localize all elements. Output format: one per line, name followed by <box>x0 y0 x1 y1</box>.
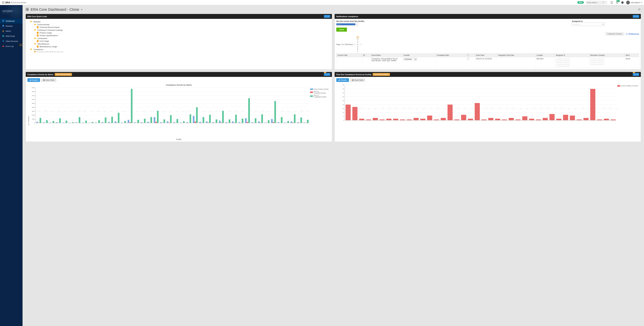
column-header[interactable]: EventId <box>403 54 436 57</box>
svg-text:9000: 9000 <box>32 87 35 88</box>
tree-node[interactable]: -📂Finishing & Chemical Coatings <box>28 28 329 32</box>
svg-point-21 <box>326 16 326 17</box>
username-label: adminjbpch <box>631 2 640 4</box>
page-title-dropdown-caret[interactable]: ▼ <box>81 8 83 10</box>
tree-node[interactable]: Product Specifications <box>28 34 329 37</box>
tree-node[interactable]: Universal Record Import <box>28 26 329 28</box>
tree-node[interactable]: -📂Modules <box>28 20 329 23</box>
svg-rect-5 <box>2 20 3 21</box>
notif-count: 99+ <box>616 0 620 2</box>
tree-node[interactable]: -📂Environmental <box>28 23 329 26</box>
column-header[interactable]: Event Date <box>475 54 497 57</box>
pager-page-2[interactable]: 2 <box>356 38 359 41</box>
customize-columns-button[interactable]: Customize Columns <box>606 32 624 36</box>
eventid-date-input[interactable]: ▼ <box>404 58 434 60</box>
sidebar-item-client-services[interactable]: Client Services› <box>0 39 22 44</box>
sidebar-item-dashboard[interactable]: Dashboard <box>0 18 22 24</box>
column-header[interactable]: Course Code <box>336 54 362 57</box>
chart1-ylabel: No. of Events <box>28 87 30 125</box>
share-icon <box>2 40 4 42</box>
svg-text:35: 35 <box>342 92 344 94</box>
panel-settings-status[interactable]: ▼ <box>324 73 330 76</box>
search-input[interactable] <box>587 2 602 4</box>
sidebar-item-modules[interactable]: Modules› <box>0 24 22 28</box>
top-counter-badge[interactable]: 5058 <box>578 1 584 4</box>
tab-table-status[interactable]: Data Table <box>41 78 56 82</box>
svg-rect-6 <box>3 20 4 21</box>
chart1-legend: Sum of Active_EventsSum of Cancelled_Eve… <box>310 87 330 125</box>
search-icon[interactable] <box>602 1 604 4</box>
chevron-down-icon: ▼ <box>602 24 604 25</box>
column-header[interactable]: Completed Date <box>436 54 466 57</box>
pager-page-7[interactable]: 7 <box>356 50 359 53</box>
column-header[interactable]: Location <box>536 54 555 57</box>
sidebar-user-card[interactable]: adminjbpch ———— › <box>0 5 22 18</box>
help-icon[interactable]: ? <box>620 0 624 4</box>
sidebar-item-era-portal[interactable]: ERA Portal <box>0 34 22 39</box>
svg-rect-14 <box>3 46 3 46</box>
svg-point-11 <box>2 41 3 42</box>
pager-prev[interactable]: ‹ <box>354 43 356 46</box>
global-search[interactable] <box>586 1 607 4</box>
column-header[interactable]: ID <box>362 54 370 57</box>
pager-page-4[interactable]: 4 <box>356 43 359 46</box>
tree-node[interactable]: Miscellaneous Usage <box>28 45 329 48</box>
user-menu-caret[interactable]: ▼ <box>641 2 642 3</box>
preferences-link[interactable]: Preferences <box>626 33 639 35</box>
bell-icon[interactable]: 99+ <box>615 0 619 4</box>
panel-title-quicklinks: ERA Core Quick Links <box>28 16 47 18</box>
svg-rect-27 <box>31 79 31 81</box>
tab-graphs-status[interactable]: Graphs <box>28 78 40 82</box>
pager-page-6[interactable]: 6 <box>356 48 359 50</box>
sidebar-collapse[interactable]: « <box>19 44 22 46</box>
pager-page-5[interactable]: 5 <box>356 46 359 48</box>
new-data-badge-status[interactable]: New Data Available <box>55 73 72 76</box>
sidebar-item-admin[interactable]: Admin› <box>0 28 22 34</box>
facility-combo[interactable]: ——▼ <box>336 22 358 26</box>
column-header[interactable]: Event Name <box>370 54 403 57</box>
column-header[interactable] <box>466 54 475 57</box>
svg-point-0 <box>2 1 4 4</box>
panel-settings-pastdue[interactable]: ▼ <box>633 73 639 76</box>
tab-graphs-pastdue[interactable]: Graphs <box>336 78 349 82</box>
svg-point-12 <box>4 40 4 41</box>
pager-page-1[interactable]: 1 <box>356 36 359 38</box>
tree-node[interactable]: 📂Compliance <box>28 48 329 51</box>
svg-rect-28 <box>43 80 44 81</box>
svg-rect-7 <box>2 21 3 22</box>
grid-icon <box>2 20 4 22</box>
legend-item: Count of Status_Formula <box>617 85 639 87</box>
tab-table-pastdue[interactable]: Data Table <box>350 78 365 82</box>
save-button[interactable]: Save <box>336 28 347 32</box>
svg-point-177 <box>635 74 635 75</box>
user-avatar[interactable] <box>626 1 630 4</box>
panel-settings-notif[interactable]: ▼ <box>633 15 639 18</box>
table-row[interactable]: Compliance- Annual Airflow Test of Paint… <box>336 57 639 68</box>
pager-next[interactable]: › <box>360 43 362 46</box>
svg-point-24 <box>326 74 326 75</box>
row-checkbox[interactable] <box>467 58 469 60</box>
new-data-badge-pastdue[interactable]: New Data Available <box>373 73 390 76</box>
assigned-combo[interactable]: ————▼ <box>572 22 605 26</box>
tree-node[interactable]: -📂Combustion <box>28 37 329 40</box>
pager-page-3[interactable]: 3 <box>356 41 359 43</box>
chart1-xlabel: Facility <box>28 138 330 140</box>
chevron-down-icon[interactable]: ▼ <box>414 58 417 60</box>
globe-icon <box>2 35 4 38</box>
bookmark-icon[interactable] <box>610 0 614 4</box>
column-header[interactable]: Assigned To <box>555 54 589 57</box>
header-checkbox[interactable] <box>467 54 469 56</box>
tree-node[interactable]: Product Usage <box>28 32 329 34</box>
column-header[interactable]: Regulatory Due Date <box>497 54 536 57</box>
panel-settings-quicklinks[interactable]: ▼ <box>324 15 330 18</box>
tree-node[interactable]: -📂Miscellaneous <box>28 42 329 45</box>
tree-node[interactable]: Fuel Usage <box>28 40 329 42</box>
svg-point-13 <box>4 42 4 42</box>
tree-node[interactable]: Compliance/Audit Tasks New UI <box>28 51 329 52</box>
file-icon <box>34 51 36 52</box>
column-header[interactable]: Reminder Contacts <box>589 54 624 57</box>
svg-text:5000: 5000 <box>32 102 35 104</box>
page-settings-icon[interactable] <box>638 8 641 12</box>
column-header[interactable]: Remi <box>625 54 639 57</box>
file-icon <box>37 40 38 42</box>
